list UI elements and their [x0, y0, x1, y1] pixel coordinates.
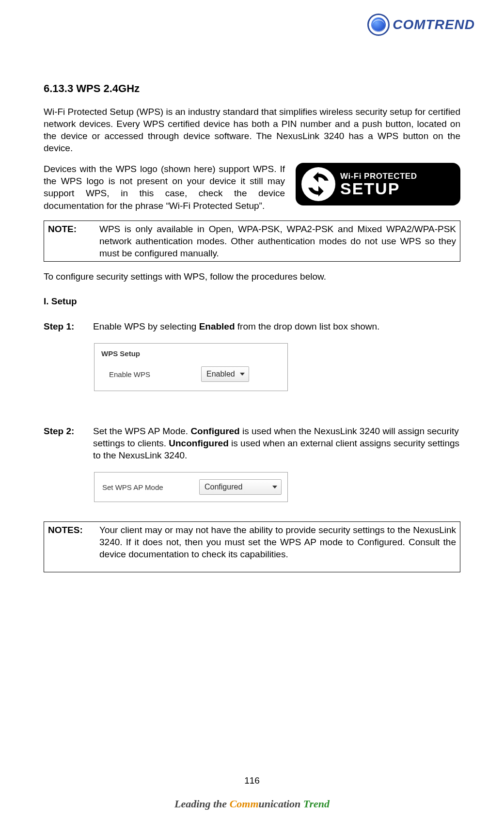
footer-t2: Comm	[230, 798, 259, 810]
step-2-body: Set the WPS AP Mode. Configured is used …	[93, 425, 460, 461]
enable-wps-value: Enabled	[206, 370, 235, 378]
step-1-label: Step 1:	[44, 320, 86, 332]
notes-body: Your client may or may not have the abil…	[99, 524, 456, 560]
footer-t4: Trend	[303, 798, 330, 810]
notes-label: NOTES:	[48, 524, 91, 560]
step-2: Step 2: Set the WPS AP Mode. Configured …	[44, 425, 460, 461]
brand-name: COMTREND	[393, 17, 475, 32]
note-box-2: NOTES: Your client may or may not have t…	[44, 521, 460, 572]
step-1-bold: Enabled	[199, 321, 235, 331]
step-1-body: Enable WPS by selecting Enabled from the…	[93, 320, 460, 332]
wps-logo-paragraph: Devices with the WPS logo (shown here) s…	[44, 163, 285, 211]
note-body: WPS is only available in Open, WPA-PSK, …	[99, 223, 456, 259]
wps-ap-mode-panel: Set WPS AP Mode Configured	[94, 472, 288, 502]
enable-wps-label: Enable WPS	[109, 370, 201, 378]
wifi-protected-setup-logo: Wi-Fi PROTECTED SETUP	[296, 163, 460, 205]
step-2-b1: Configured	[190, 426, 239, 436]
step-1-text-post: from the drop down list box shown.	[235, 321, 380, 331]
footer-t1: Leading the	[174, 798, 230, 810]
chevron-down-icon	[272, 486, 277, 488]
footer-tagline: Leading the Communication Trend	[0, 798, 504, 810]
brand-logo: COMTREND	[367, 14, 475, 36]
footer-t3: unication	[259, 798, 303, 810]
note-label: NOTE:	[48, 223, 91, 259]
step-1-text-pre: Enable WPS by selecting	[93, 321, 199, 331]
wps-logo-line2: SETUP	[340, 180, 417, 197]
setup-heading: I. Setup	[44, 296, 460, 307]
configure-line: To configure security settings with WPS,…	[44, 270, 460, 283]
step-2-label: Step 2:	[44, 425, 86, 461]
step-2-b2: Unconfigured	[169, 438, 229, 448]
wps-arrows-icon	[301, 167, 335, 201]
wps-setup-panel: WPS Setup Enable WPS Enabled	[94, 343, 288, 391]
enable-wps-select[interactable]: Enabled	[201, 366, 249, 382]
intro-paragraph: Wi-Fi Protected Setup (WPS) is an indust…	[44, 106, 460, 154]
step-1: Step 1: Enable WPS by selecting Enabled …	[44, 320, 460, 332]
wps-ap-mode-label: Set WPS AP Mode	[102, 483, 199, 491]
wps-ap-mode-value: Configured	[205, 483, 242, 491]
globe-icon	[367, 14, 390, 36]
note-box-1: NOTE: WPS is only available in Open, WPA…	[44, 220, 460, 262]
wps-ap-mode-select[interactable]: Configured	[199, 479, 282, 495]
chevron-down-icon	[240, 373, 245, 376]
step-2-t1: Set the WPS AP Mode.	[93, 426, 190, 436]
page-number: 116	[0, 775, 504, 786]
wps-setup-panel-title: WPS Setup	[101, 349, 281, 358]
section-heading: 6.13.3 WPS 2.4GHz	[44, 82, 460, 95]
